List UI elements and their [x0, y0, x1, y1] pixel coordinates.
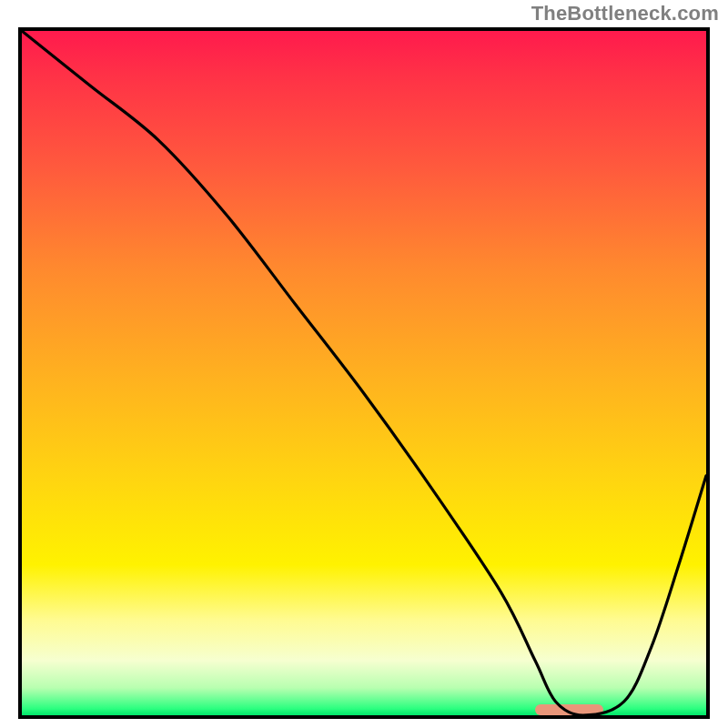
chart-container: TheBottleneck.com — [0, 0, 728, 728]
bottleneck-line — [22, 31, 706, 715]
watermark-text: TheBottleneck.com — [531, 2, 719, 25]
plot-frame — [18, 27, 710, 719]
